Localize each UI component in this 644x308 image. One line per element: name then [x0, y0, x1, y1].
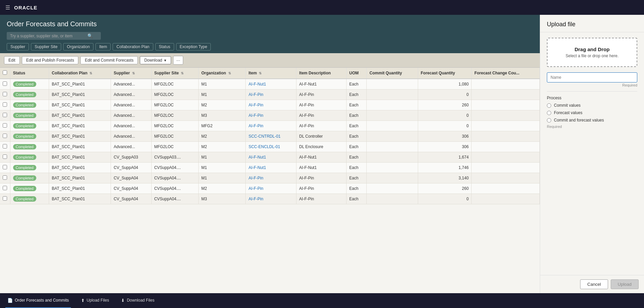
row-checkbox-3[interactable]	[3, 113, 7, 117]
forecast-change-cell	[472, 194, 540, 204]
org-cell: M2	[199, 142, 246, 152]
bottom-tab-1[interactable]: ⬆Upload Files	[79, 293, 111, 308]
item-desc-col-header: Item Description	[296, 68, 347, 79]
edit-button[interactable]: Edit	[4, 56, 20, 64]
cancel-button[interactable]: Cancel	[580, 279, 608, 289]
row-checkbox-6[interactable]	[3, 144, 7, 148]
supplier-cell: Advanced...	[111, 131, 151, 142]
supplier-site-cell: CVSuppA04....	[151, 163, 198, 173]
row-checkbox-9[interactable]	[3, 175, 7, 180]
header-row: Status Collaboration Plan ⇅ Supplier ⇅ S…	[0, 68, 540, 79]
item-desc-cell: AI-F-Pin	[296, 90, 347, 100]
item-cell: AI-F-Pin	[246, 100, 296, 110]
bottom-tab-icon-0: 📄	[7, 298, 13, 303]
forecast-qty-cell: 3,140	[418, 173, 472, 183]
download-button[interactable]: Download ▼	[140, 56, 171, 64]
supplier-site-cell: MFG2LOC	[151, 142, 198, 152]
item-link[interactable]: AI-F-Pin	[248, 186, 263, 191]
item-cell: AI-F-Pin	[246, 183, 296, 194]
row-checkbox-5[interactable]	[3, 134, 7, 138]
row-checkbox-8[interactable]	[3, 165, 7, 169]
filter-btn-supplier-site[interactable]: Supplier Site	[31, 43, 61, 50]
hamburger-menu-icon[interactable]: ☰	[5, 4, 10, 11]
status-cell: Completed	[10, 79, 49, 90]
row-checkbox-0[interactable]	[3, 81, 7, 86]
supplier-site-cell: MFG2LOC	[151, 79, 198, 90]
supplier-cell: Advanced...	[111, 142, 151, 152]
upload-title: Upload file	[547, 21, 637, 28]
item-link[interactable]: AI-F-Nut1	[248, 165, 266, 170]
collab-cell: BAT_SCC_Plan01	[49, 79, 111, 90]
org-cell: M1	[199, 79, 246, 90]
process-radio-1[interactable]	[547, 111, 551, 115]
row-checkbox-cell	[0, 194, 10, 204]
table-scroll[interactable]: Status Collaboration Plan ⇅ Supplier ⇅ S…	[0, 68, 540, 293]
supplier-cell: CV_SuppA04	[111, 173, 151, 183]
upload-button[interactable]: Upload	[611, 279, 639, 289]
drag-drop-area[interactable]: Drag and Drop Select a file or drop one …	[547, 38, 637, 67]
uom-cell: Each	[346, 79, 366, 90]
process-radio-2[interactable]	[547, 118, 551, 123]
forecast-qty-col-header: Forecast Quantity	[418, 68, 472, 79]
item-link[interactable]: AI-F-Pin	[248, 176, 263, 180]
table-row: Completed BAT_SCC_Plan01 CV_SuppA03 CVSu…	[0, 152, 540, 163]
process-option-1[interactable]: Forecast values	[547, 110, 637, 115]
item-link[interactable]: AI-F-Pin	[248, 197, 263, 201]
search-input[interactable]	[10, 34, 87, 38]
item-link[interactable]: AI-F-Pin	[248, 113, 263, 118]
uom-cell: Each	[346, 121, 366, 131]
filter-btn-item[interactable]: Item	[95, 43, 111, 50]
collab-col-header: Collaboration Plan ⇅	[49, 68, 111, 79]
uom-cell: Each	[346, 173, 366, 183]
filter-btn-collaboration-plan[interactable]: Collaboration Plan	[113, 43, 153, 50]
status-cell: Completed	[10, 152, 49, 163]
name-input[interactable]	[547, 72, 637, 82]
uom-cell: Each	[346, 110, 366, 121]
item-link[interactable]: AI-F-Nut1	[248, 155, 266, 160]
filter-btn-status[interactable]: Status	[155, 43, 174, 50]
bottom-tab-0[interactable]: 📄Order Forecasts and Commits	[5, 293, 71, 308]
item-link[interactable]: AI-F-Nut1	[248, 82, 266, 87]
uom-cell: Each	[346, 131, 366, 142]
row-checkbox-7[interactable]	[3, 155, 7, 159]
uom-cell: Each	[346, 90, 366, 100]
supplier-site-cell: MFG2LOC	[151, 131, 198, 142]
row-checkbox-1[interactable]	[3, 92, 7, 96]
bottom-tab-2[interactable]: ⬇Download Files	[119, 293, 156, 308]
status-col-header: Status	[10, 68, 49, 79]
process-option-2[interactable]: Commit and forecast values	[547, 118, 637, 123]
filter-btn-organization[interactable]: Organization	[63, 43, 93, 50]
commit-qty-cell	[367, 183, 418, 194]
forecast-qty-cell: 1,080	[418, 79, 472, 90]
forecast-change-cell	[472, 121, 540, 131]
item-link[interactable]: AI-F-Pin	[248, 92, 263, 97]
row-checkbox-11[interactable]	[3, 196, 7, 201]
item-link[interactable]: AI-F-Pin	[248, 124, 263, 128]
row-checkbox-10[interactable]	[3, 186, 7, 190]
item-col-header: Item ⇅	[246, 68, 296, 79]
select-all-checkbox[interactable]	[3, 70, 7, 75]
item-link[interactable]: SCC-CNTRDL-01	[248, 134, 280, 139]
supplier-site-cell: MFG2LOC	[151, 110, 198, 121]
item-link[interactable]: SCC-ENCLDL-01	[248, 144, 280, 149]
forecast-change-cell	[472, 163, 540, 173]
commit-qty-cell	[367, 100, 418, 110]
supplier-site-cell: MFG2LOC	[151, 90, 198, 100]
forecast-qty-cell: 306	[418, 131, 472, 142]
row-checkbox-4[interactable]	[3, 123, 7, 128]
edit-publish-button[interactable]: Edit and Publish Forecasts	[22, 56, 79, 64]
bottom-tab-icon-1: ⬆	[81, 298, 85, 303]
filter-btn-supplier[interactable]: Supplier	[7, 43, 29, 50]
process-option-0[interactable]: Commit values	[547, 103, 637, 108]
item-link[interactable]: AI-F-Pin	[248, 103, 263, 107]
more-options-button[interactable]: ···	[173, 56, 183, 65]
collab-cell: BAT_SCC_Plan01	[49, 121, 111, 131]
row-checkbox-2[interactable]	[3, 102, 7, 107]
process-section-label: Process	[547, 96, 637, 100]
forecast-change-col-header: Forecast Change Cou...	[472, 68, 540, 79]
edit-commit-button[interactable]: Edit and Commit Forecasts	[80, 56, 138, 64]
filter-btn-exception-type[interactable]: Exception Type	[176, 43, 211, 50]
process-radio-0[interactable]	[547, 103, 551, 108]
table-row: Completed BAT_SCC_Plan01 Advanced... MFG…	[0, 90, 540, 100]
item-cell: SCC-CNTRDL-01	[246, 131, 296, 142]
